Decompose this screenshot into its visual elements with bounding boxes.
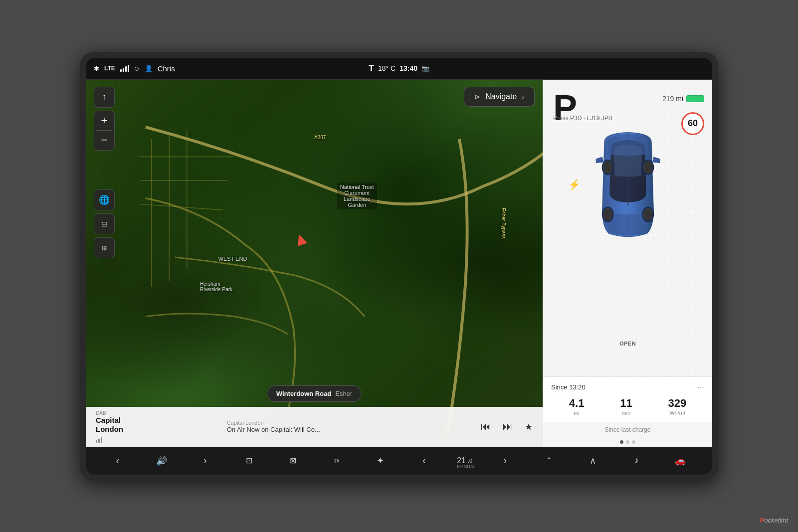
climate-seat-btn[interactable]: ⌃ xyxy=(538,450,560,472)
zoom-out-btn[interactable]: − xyxy=(94,131,114,150)
watermark: Pocketlint xyxy=(760,517,788,524)
stats-section: Since 13:20 ··· 4.1 mi 11 min 3 xyxy=(543,376,712,422)
media-player: DAB CapitalLondon Capital London On Air … xyxy=(86,407,543,447)
dot-3[interactable] xyxy=(632,440,635,444)
svg-point-12 xyxy=(643,161,652,173)
traffic-btn[interactable]: ⊟ xyxy=(94,213,115,234)
hersham-label: HershamRiverside Park xyxy=(200,281,232,292)
navigate-label: Navigate xyxy=(485,92,517,101)
charge-icon: ⚡ xyxy=(568,178,581,190)
media-btn[interactable]: ♪ xyxy=(625,450,647,472)
seat-heat-rear-btn[interactable]: ⊠ xyxy=(282,450,304,472)
navigate-icon: ⊳ xyxy=(474,93,480,101)
volume-btn[interactable]: 🔊 xyxy=(151,450,173,472)
steering-icon: ⌾ xyxy=(334,456,339,465)
battery-info: 219 mi xyxy=(662,95,704,103)
temp-display: 21 .0 MANUAL xyxy=(457,456,472,465)
status-left: ✱ LTE ○ 👤 Chris xyxy=(94,63,369,74)
prev-track-btn[interactable]: ⏮ xyxy=(481,421,491,432)
right-panel: P 219 mi Press P3D · LJ19 JPB OPEN 60 ⚡ xyxy=(543,80,712,447)
bottom-bar: ‹ 🔊 › ⊡ ⊠ ⌾ ✦ xyxy=(86,447,712,475)
fan-icon: ✦ xyxy=(377,455,384,466)
last-charge-label: Since last charge xyxy=(543,422,712,437)
map-section[interactable]: WEST END National TrustClaremontLandscap… xyxy=(86,80,543,447)
car-image-area: ⚡ xyxy=(578,120,678,249)
media-channel: Capital London xyxy=(227,420,473,426)
navigate-button[interactable]: ⊳ Navigate › xyxy=(464,87,535,107)
area-name: Esher xyxy=(335,390,352,397)
tesla-logo: T xyxy=(369,63,374,74)
car-top-view xyxy=(586,125,670,244)
road-name: Winterdown Road xyxy=(276,390,331,397)
stat-minutes-value: 11 xyxy=(620,397,632,410)
media-secondary: Capital London On Air Now on Capital: Wi… xyxy=(227,420,473,433)
stat-efficiency-value: 329 xyxy=(668,397,686,410)
status-center: T 18° C 13:40 📷 xyxy=(369,63,429,74)
tesla-screen: ✱ LTE ○ 👤 Chris T 18° C 13:40 📷 xyxy=(86,58,712,475)
layers-btn[interactable]: 🌐 xyxy=(94,189,115,210)
a307-label: A307 xyxy=(314,135,326,140)
up-icon: ∧ xyxy=(590,455,596,466)
zoom-in-btn[interactable]: + xyxy=(94,111,114,131)
esher-bypass-label: Esher Bypass xyxy=(501,208,506,239)
temp-right-btn[interactable]: › xyxy=(494,450,516,472)
svg-point-13 xyxy=(603,208,612,220)
dot-1[interactable] xyxy=(620,440,623,444)
stat-miles-value: 4.1 xyxy=(569,397,585,410)
compass-icon: ↑ xyxy=(102,92,107,102)
temp-label: MANUAL xyxy=(457,464,476,469)
stats-more-btn[interactable]: ··· xyxy=(698,383,704,392)
stats-row: 4.1 mi 11 min 329 Wh/ml xyxy=(551,397,704,416)
stat-minutes-unit: min xyxy=(622,410,631,416)
forward-btn[interactable]: › xyxy=(194,450,216,472)
up-btn[interactable]: ∧ xyxy=(582,450,603,472)
zoom-control[interactable]: + − xyxy=(94,111,115,151)
speed-limit-sign: 60 xyxy=(681,112,704,135)
circle-icon: ○ xyxy=(134,63,140,74)
favorite-btn[interactable]: ★ xyxy=(525,421,533,432)
volume-icon: 🔊 xyxy=(156,455,167,466)
media-station: CapitalLondon xyxy=(96,416,219,434)
stats-since: Since 13:20 xyxy=(551,383,586,391)
compass-btn[interactable]: ↑ xyxy=(94,87,115,108)
next-track-btn[interactable]: ⏭ xyxy=(503,421,513,432)
dot-2[interactable] xyxy=(626,440,629,444)
navigate-arrow: › xyxy=(522,93,524,101)
stat-miles-unit: mi xyxy=(574,410,580,416)
bluetooth-icon: ✱ xyxy=(94,65,99,72)
urban-area-overlay xyxy=(86,80,291,318)
svg-point-11 xyxy=(603,161,612,173)
temp-left-btn[interactable]: ‹ xyxy=(413,450,435,472)
clock: 13:40 xyxy=(399,64,417,72)
west-end-label: WEST END xyxy=(218,256,247,262)
seat-front-icon: ⊡ xyxy=(246,456,252,465)
device-frame: ✱ LTE ○ 👤 Chris T 18° C 13:40 📷 xyxy=(80,52,718,481)
stats-header: Since 13:20 ··· xyxy=(551,383,704,392)
location-btn[interactable]: ⊕ xyxy=(94,237,115,258)
stat-efficiency: 329 Wh/ml xyxy=(668,397,686,416)
media-type: DAB xyxy=(96,410,219,416)
stat-efficiency-unit: Wh/ml xyxy=(669,410,685,416)
user-name[interactable]: Chris xyxy=(158,64,175,73)
steering-heat-btn[interactable]: ⌾ xyxy=(326,450,348,472)
temp-right-icon: › xyxy=(504,455,507,466)
back-icon: ‹ xyxy=(116,455,120,466)
main-content: WEST END National TrustClaremontLandscap… xyxy=(86,80,712,447)
svg-point-14 xyxy=(643,208,652,220)
national-trust-label: National TrustClaremontLandscapeGarden xyxy=(337,182,377,209)
lte-label: LTE xyxy=(104,65,115,72)
media-info: DAB CapitalLondon xyxy=(96,410,219,443)
media-controls: ⏮ ⏭ ★ xyxy=(481,421,533,432)
map-controls-top: ↑ + − xyxy=(94,87,115,151)
watermark-text: ocketlint xyxy=(764,517,788,524)
signal-bars xyxy=(120,65,129,72)
map-satellite-bg: WEST END National TrustClaremontLandscap… xyxy=(86,80,543,447)
vehicle-section: P 219 mi Press P3D · LJ19 JPB OPEN 60 ⚡ xyxy=(543,80,712,376)
fan-btn[interactable]: ✦ xyxy=(370,450,392,472)
stat-miles: 4.1 mi xyxy=(569,397,585,416)
back-btn[interactable]: ‹ xyxy=(107,450,129,472)
pagination-dots xyxy=(543,437,712,447)
vehicle-btn[interactable]: 🚗 xyxy=(669,450,691,472)
seat-heat-front-btn[interactable]: ⊡ xyxy=(238,450,260,472)
climate-icon: ⌃ xyxy=(546,456,552,465)
